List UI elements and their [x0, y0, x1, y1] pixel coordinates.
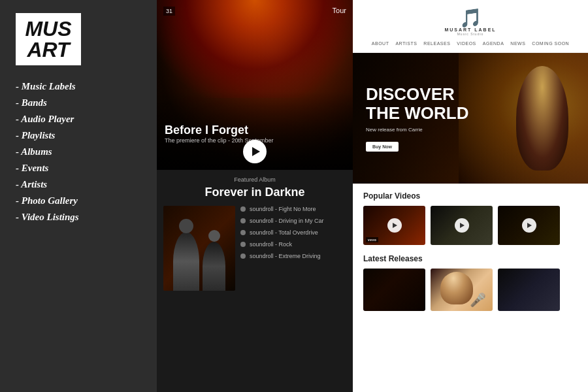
- nav-news[interactable]: NEWS: [510, 41, 525, 46]
- nav-artists[interactable]: ARTISTS: [395, 41, 417, 46]
- latest-releases-title: Latest Releases: [363, 254, 578, 263]
- right-content: 31 Tour Before I Forget The premiere of …: [157, 0, 588, 392]
- video-thumb-2[interactable]: [431, 206, 493, 245]
- track-dot: [240, 230, 246, 235]
- album-content: soundroll - Fight No More soundroll - Dr…: [163, 206, 346, 291]
- feature-list: - Music Labels - Bands - Audio Player - …: [16, 81, 141, 228]
- release-thumb-3[interactable]: [498, 269, 560, 311]
- track-list: soundroll - Fight No More soundroll - Dr…: [240, 206, 346, 291]
- track-name: soundroll - Rock: [250, 241, 292, 248]
- list-item: - Photo Gallery: [16, 195, 141, 206]
- video-thumb-1[interactable]: vevo: [363, 206, 425, 245]
- list-item: - Events: [16, 163, 141, 174]
- site-logo-sub: Music Studio: [457, 32, 484, 36]
- album-label: Featured Album: [163, 176, 346, 183]
- list-item: - Albums: [16, 146, 141, 157]
- release-thumb-1[interactable]: [363, 269, 425, 311]
- left-panel: MUS ART - Music Labels - Bands - Audio P…: [0, 0, 157, 392]
- concert-section: 31 Tour Before I Forget The premiere of …: [157, 0, 353, 170]
- nav-releases[interactable]: RELEASES: [423, 41, 450, 46]
- video-play-3[interactable]: [522, 218, 536, 233]
- site-logo: 🎵 MUSART LABEL Music Studio: [444, 9, 496, 36]
- video-thumb-3[interactable]: [498, 206, 560, 245]
- track-name: soundroll - Total Overdrive: [250, 229, 318, 236]
- play-button[interactable]: [243, 140, 267, 163]
- track-name: soundroll - Extreme Driving: [250, 253, 321, 259]
- video-grid: vevo: [363, 206, 578, 245]
- track-item: soundroll - Driving in My Car: [240, 218, 346, 224]
- video-play-1[interactable]: [387, 218, 402, 233]
- nav-videos[interactable]: VIDEOS: [457, 41, 476, 46]
- nav-about[interactable]: ABOUT: [372, 41, 389, 46]
- mic-icon: 🎤: [470, 292, 486, 308]
- hero-headline: DISCOVER THE WORLD: [366, 85, 468, 122]
- album-section: Featured Album Forever in Darkne soundro…: [157, 170, 353, 392]
- track-item: soundroll - Total Overdrive: [240, 229, 346, 236]
- hero-section: DISCOVER THE WORLD New release from Carr…: [353, 53, 588, 184]
- list-item: - Artists: [16, 179, 141, 190]
- album-cover: [163, 206, 235, 291]
- cover-figures: [163, 206, 235, 291]
- vevo-badge: vevo: [366, 237, 378, 242]
- logo-text: MUS ART: [25, 18, 71, 60]
- hero-text: DISCOVER THE WORLD New release from Carr…: [353, 72, 482, 164]
- album-title: Forever in Darkne: [163, 186, 346, 199]
- releases-grid: 🎤: [363, 269, 578, 311]
- concert-fire-effect: [157, 0, 353, 98]
- middle-panel: 31 Tour Before I Forget The premiere of …: [157, 0, 353, 392]
- concert-title-text: Before I Forget: [165, 123, 345, 137]
- concert-number: 31: [163, 7, 175, 16]
- list-item: - Music Labels: [16, 81, 141, 92]
- site-logo-name: MUSART LABEL: [444, 27, 496, 32]
- figure-2: [203, 242, 225, 291]
- track-dot: [240, 253, 246, 259]
- logo-box: MUS ART: [16, 13, 81, 65]
- buy-now-button[interactable]: Buy Now: [366, 142, 399, 152]
- list-item: - Playlists: [16, 130, 141, 141]
- popular-videos-title: Popular Videos: [363, 191, 578, 201]
- list-item: - Video Listings: [16, 212, 141, 223]
- video-play-2[interactable]: [455, 218, 469, 233]
- release-thumb-2[interactable]: 🎤: [431, 269, 493, 311]
- list-item: - Audio Player: [16, 114, 141, 125]
- nav-agenda[interactable]: AGENDA: [483, 41, 504, 46]
- figure-1: [173, 232, 199, 291]
- track-item: soundroll - Fight No More: [240, 206, 346, 212]
- track-dot: [240, 242, 246, 247]
- track-dot: [240, 206, 246, 212]
- track-name: soundroll - Fight No More: [250, 206, 316, 212]
- nav-coming-soon[interactable]: COMING SOON: [532, 41, 569, 46]
- right-lower: Popular Videos vevo Latest Releases 🎤: [353, 184, 588, 319]
- site-nav: ABOUT ARTISTS RELEASES VIDEOS AGENDA NEW…: [372, 41, 569, 46]
- track-dot: [240, 218, 246, 223]
- track-name: soundroll - Driving in My Car: [250, 218, 324, 224]
- site-header: 🎵 MUSART LABEL Music Studio ABOUT ARTIST…: [353, 0, 588, 53]
- track-item: soundroll - Extreme Driving: [240, 253, 346, 259]
- far-right-panel: 🎵 MUSART LABEL Music Studio ABOUT ARTIST…: [353, 0, 588, 392]
- list-item: - Bands: [16, 97, 141, 108]
- track-item: soundroll - Rock: [240, 241, 346, 248]
- concert-label: Tour: [333, 7, 346, 14]
- wings-icon: 🎵: [459, 9, 482, 27]
- hero-sub: New release from Carrie: [366, 127, 468, 133]
